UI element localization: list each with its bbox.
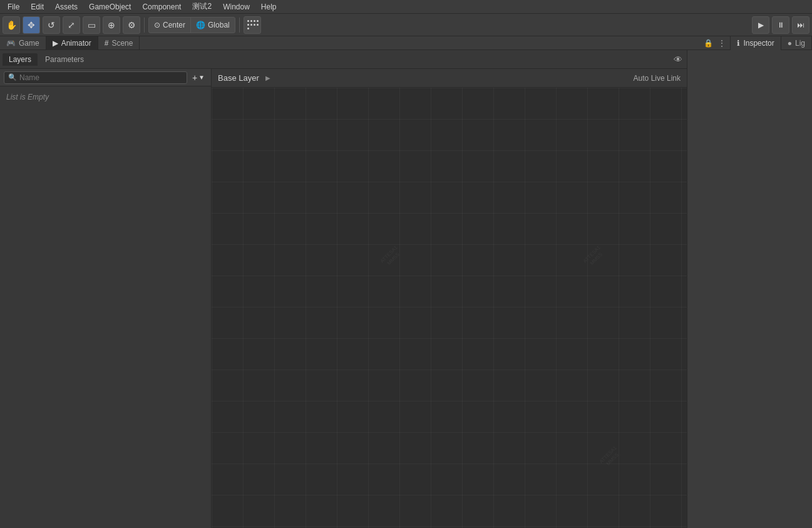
main-tab-bar: 🎮 Game ▶ Animator # Scene 🔒 ⋮ ℹ Inspecto… <box>0 36 812 50</box>
right-panel <box>687 50 812 528</box>
eye-button[interactable]: 👁 <box>672 53 684 66</box>
menu-edit[interactable]: Edit <box>26 1 49 13</box>
custom-tools-button[interactable]: ⚙ <box>123 16 140 34</box>
toolbar: ✋ ✥ ↺ ⤢ ▭ ⊕ ⚙ ⊙ Center 🌐 Global ▶ ⏸ ⏭ <box>0 14 812 36</box>
global-label: Global <box>208 21 230 29</box>
animator-panel: Layers Parameters 👁 🔍 + ▼ <box>0 50 687 528</box>
animator-icon: ▶ <box>53 39 58 48</box>
toolbar-right: ▶ ⏸ ⏭ <box>752 16 809 34</box>
menu-component[interactable]: Component <box>137 1 186 13</box>
center-label: Center <box>163 21 185 29</box>
light-icon: ● <box>788 39 792 48</box>
scale-tool-button[interactable]: ⤢ <box>63 16 80 34</box>
pivot-group: ⊙ Center 🌐 Global <box>148 17 235 33</box>
watermark-1: ATTESA1MMSS <box>379 245 404 269</box>
grid-section: Base Layer ▶ Auto Live Link ATTESA1MMSS … <box>212 69 687 528</box>
center-icon: ⊙ <box>154 21 160 29</box>
menu-file[interactable]: File <box>3 1 24 13</box>
rotate-tool-button[interactable]: ↺ <box>43 16 60 34</box>
light-tab[interactable]: ● Lig <box>781 36 812 50</box>
base-layer-arrow: ▶ <box>265 75 270 81</box>
global-button[interactable]: 🌐 Global <box>191 18 235 32</box>
menu-gameobject[interactable]: GameObject <box>84 1 136 13</box>
add-icon: + <box>192 73 197 83</box>
scene-tab[interactable]: # Scene <box>98 36 140 50</box>
search-box[interactable]: 🔍 <box>4 71 187 84</box>
transform-tool-button[interactable]: ⊕ <box>103 16 120 34</box>
game-tab[interactable]: 🎮 Game <box>0 36 46 50</box>
watermark-3: ATTESA1MMSS <box>599 445 623 470</box>
inspector-tab-label: Inspector <box>743 39 774 48</box>
pause-button[interactable]: ⏸ <box>772 16 789 34</box>
grid-icon <box>247 20 257 30</box>
scene-tab-label: Scene <box>111 39 133 48</box>
left-panel: 🔍 + ▼ List is Empty <box>0 69 212 528</box>
animator-tab-label: Animator <box>61 39 91 48</box>
inspector-tab[interactable]: ℹ Inspector <box>730 36 781 50</box>
grid-area[interactable]: ATTESA1MMSS ATTESA1MMSS ATTESA1MMSS <box>212 88 687 528</box>
grid-canvas-header: Base Layer ▶ Auto Live Link <box>212 69 687 88</box>
separator-1 <box>144 18 145 33</box>
grid-toggle-button[interactable] <box>244 16 261 34</box>
menu-help[interactable]: Help <box>256 1 282 13</box>
dropdown-icon: ▼ <box>198 74 205 81</box>
game-icon: 🎮 <box>6 39 16 48</box>
base-layer-label: Base Layer <box>218 73 259 83</box>
search-input[interactable] <box>19 73 183 82</box>
center-button[interactable]: ⊙ Center <box>149 18 190 32</box>
animator-subtabs: Layers Parameters 👁 <box>0 50 687 69</box>
inspector-icon: ℹ <box>737 39 740 48</box>
layers-subtab[interactable]: Layers <box>3 53 38 66</box>
menu-bar: File Edit Assets GameObject Component 测试… <box>0 0 812 14</box>
more-button[interactable]: ⋮ <box>716 38 727 49</box>
menu-window[interactable]: Window <box>218 1 255 13</box>
hand-tool-button[interactable]: ✋ <box>3 16 20 34</box>
left-panel-header: 🔍 + ▼ <box>0 69 211 86</box>
main-content: Layers Parameters 👁 🔍 + ▼ <box>0 50 812 528</box>
auto-live-link-button[interactable]: Auto Live Link <box>634 74 681 83</box>
separator-2 <box>239 18 240 33</box>
empty-list-label: List is Empty <box>0 86 211 108</box>
game-tab-label: Game <box>19 39 39 48</box>
lock-button[interactable]: 🔒 <box>702 38 714 49</box>
move-tool-button[interactable]: ✥ <box>23 16 40 34</box>
light-tab-label: Lig <box>795 39 805 48</box>
add-layer-button[interactable]: + ▼ <box>190 71 207 84</box>
scene-icon: # <box>105 39 109 48</box>
rect-tool-button[interactable]: ▭ <box>83 16 100 34</box>
menu-test2[interactable]: 测试2 <box>187 0 217 13</box>
search-icon: 🔍 <box>8 73 17 81</box>
play-button[interactable]: ▶ <box>752 16 769 34</box>
step-button[interactable]: ⏭ <box>792 16 809 34</box>
animator-tab[interactable]: ▶ Animator <box>46 36 98 50</box>
animator-layout: 🔍 + ▼ List is Empty Base Layer ▶ <box>0 69 687 528</box>
tab-actions: 🔒 ⋮ <box>700 38 730 49</box>
menu-assets[interactable]: Assets <box>50 1 83 13</box>
global-icon: 🌐 <box>196 21 205 29</box>
parameters-subtab[interactable]: Parameters <box>39 53 90 66</box>
watermark-2: ATTESA1MMSS <box>582 245 607 269</box>
